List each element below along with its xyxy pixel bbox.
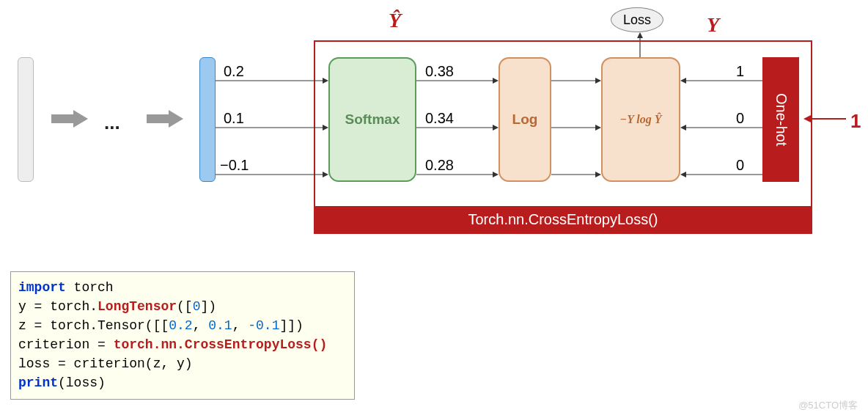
wire-s0 [416, 79, 499, 82]
nll-text: −Y log Ŷ [619, 113, 661, 126]
code-4a: criterion = [18, 337, 114, 352]
onehot-block: One-hot [762, 57, 799, 182]
code-line-3: z = torch.Tensor([[0.2, 0.1, -0.1]]) [18, 316, 347, 335]
onehot-2: 0 [736, 157, 744, 174]
logits-block [199, 57, 216, 182]
z0: 0.2 [169, 318, 192, 333]
svg-marker-2 [51, 110, 88, 128]
wire-g2 [551, 173, 601, 176]
wire-o0 [680, 79, 762, 82]
prob-2: 0.28 [425, 157, 454, 174]
code-6b: (loss) [58, 375, 106, 390]
wire-l2 [216, 173, 328, 176]
wire-g1 [551, 126, 601, 129]
code-line-2: y = torch.LongTensor([0]) [18, 297, 347, 316]
softmax-block: Softmax [328, 57, 416, 182]
code-line-1: import torch [18, 278, 347, 297]
code-line-4: criterion = torch.nn.CrossEntropyLoss() [18, 335, 347, 354]
cel: torch.nn.CrossEntropyLoss() [114, 337, 328, 352]
code-2b: ([ [177, 299, 193, 314]
flow-arrow-2 [147, 110, 183, 128]
code-snippet: import torch y = torch.LongTensor([0]) z… [10, 271, 355, 400]
code-2a: y = torch. [18, 299, 98, 314]
wire-o2 [680, 173, 762, 176]
svg-marker-3 [147, 110, 183, 128]
code-line-5: loss = criterion(z, y) [18, 354, 347, 373]
log-block: Log [499, 57, 551, 182]
wire-l1 [216, 126, 328, 129]
label-y: Y [707, 13, 719, 37]
softmax-text: Softmax [345, 111, 400, 128]
sep1: , [193, 318, 209, 333]
onehot-1: 0 [736, 110, 744, 127]
code-2d: ]) [200, 299, 216, 314]
sep2: , [232, 318, 249, 333]
nll-block: −Y log Ŷ [601, 57, 680, 182]
onehot-text: One-hot [773, 93, 790, 146]
prob-0: 0.38 [425, 63, 454, 80]
mod-torch: torch [66, 280, 114, 295]
code-3b: ]]) [279, 318, 303, 333]
wire-o1 [680, 126, 762, 129]
log-text: Log [512, 111, 538, 128]
diagram-canvas: Ŷ Y Loss Torch.nn.CrossEntropyLoss() ...… [0, 0, 868, 418]
input-tensor-block [18, 57, 34, 182]
wire-l0 [216, 79, 328, 82]
kw-import: import [18, 280, 66, 295]
loss-text: Loss [623, 12, 651, 28]
code-2c: 0 [193, 299, 201, 314]
ellipsis: ... [104, 111, 120, 134]
longtensor: LongTensor [98, 299, 177, 314]
watermark: @51CTO博客 [798, 399, 858, 412]
z2: -0.1 [248, 318, 279, 333]
label-y-hat: Ŷ [389, 9, 401, 32]
class-index-input: 1 [850, 110, 861, 133]
crossentropy-footer: Torch.nn.CrossEntropyLoss() [315, 206, 811, 232]
wire-s1 [416, 126, 499, 129]
code-line-6: print(loss) [18, 373, 347, 392]
code-3a: z = torch.Tensor([[ [18, 318, 169, 333]
logit-0: 0.2 [224, 63, 244, 80]
onehot-0: 1 [736, 63, 744, 80]
wire-s2 [416, 173, 499, 176]
z1: 0.1 [208, 318, 232, 333]
svg-marker-1 [637, 32, 643, 38]
wire-class-in [803, 117, 846, 120]
prob-1: 0.34 [425, 110, 454, 127]
loss-node: Loss [611, 7, 663, 32]
footer-text: Torch.nn.CrossEntropyLoss() [468, 211, 658, 228]
logit-2: −0.1 [220, 157, 249, 174]
logit-1: 0.1 [224, 110, 244, 127]
wire-g0 [551, 79, 601, 82]
kw-print: print [18, 375, 58, 390]
flow-arrow-1 [51, 110, 88, 128]
